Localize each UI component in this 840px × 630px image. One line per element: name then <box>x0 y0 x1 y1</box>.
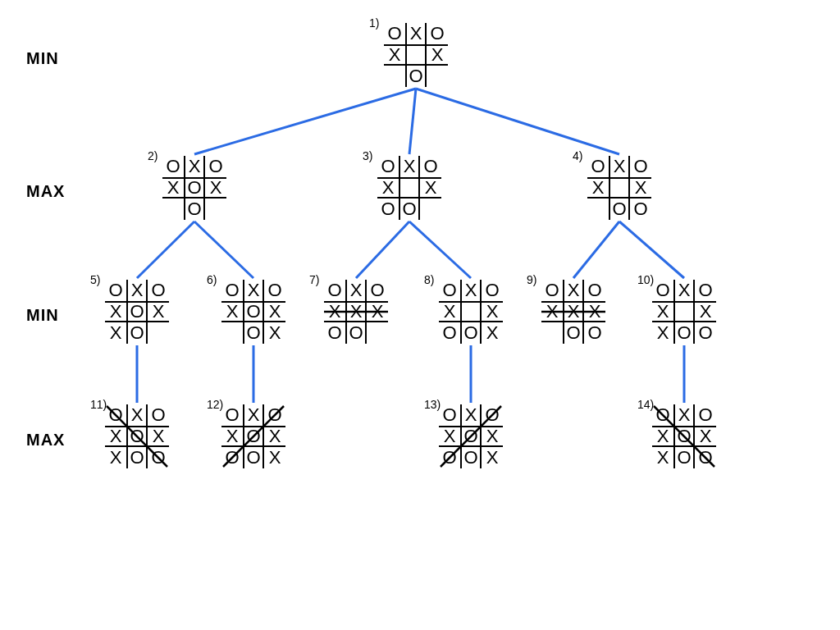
board-cell: O <box>243 447 264 468</box>
tictactoe-board: OXOXXOO <box>587 156 651 220</box>
board-cell: X <box>652 322 673 344</box>
board-cell <box>162 199 184 220</box>
node-index-label: 3) <box>363 149 372 162</box>
board-cell <box>205 199 226 220</box>
board-cell: O <box>460 447 482 468</box>
game-node-13: 13)OXOXOXOOX <box>439 404 503 468</box>
board-cell: X <box>427 44 448 66</box>
tree-edge <box>194 89 416 154</box>
board-cell: O <box>377 199 399 220</box>
board-cell: X <box>243 404 264 426</box>
game-node-6: 6)OXOXOXOX <box>221 280 285 344</box>
board-cell <box>420 199 441 220</box>
board-cell: O <box>439 322 460 344</box>
board-cell: O <box>221 447 243 468</box>
board-cell: O <box>630 199 651 220</box>
board-cell: X <box>584 301 605 322</box>
board-cell: O <box>105 280 126 301</box>
board-cell: X <box>205 177 226 199</box>
board-cell: O <box>148 447 169 468</box>
board-cell: X <box>439 301 460 322</box>
board-cell: X <box>563 301 584 322</box>
board-cell: O <box>126 447 148 468</box>
board-cell: O <box>420 156 441 177</box>
node-index-label: 2) <box>148 149 158 162</box>
board-cell: X <box>105 301 126 322</box>
board-cell: O <box>105 404 126 426</box>
board-cell: O <box>584 322 605 344</box>
board-cell <box>427 66 448 87</box>
board-cell: O <box>399 199 420 220</box>
node-index-label: 7) <box>309 273 319 286</box>
board-cell: O <box>148 404 169 426</box>
game-node-10: 10)OXOXXXOO <box>652 280 716 344</box>
level-label-max-3: MAX <box>26 431 65 450</box>
board-cell: X <box>243 280 264 301</box>
board-cell: O <box>367 280 388 301</box>
tree-edge <box>573 221 619 278</box>
board-cell: O <box>630 156 651 177</box>
board-cell: O <box>205 156 226 177</box>
tree-edge <box>619 221 684 278</box>
board-cell: X <box>345 301 367 322</box>
tree-edge <box>416 89 619 154</box>
board-cell: O <box>673 322 695 344</box>
tictactoe-board: OXOXXXOO <box>324 280 388 344</box>
board-cell: X <box>221 426 243 447</box>
board-cell: X <box>264 447 285 468</box>
board-cell: X <box>482 322 503 344</box>
board-cell: O <box>243 301 264 322</box>
board-cell: O <box>126 301 148 322</box>
board-cell: X <box>264 426 285 447</box>
board-cell: O <box>243 426 264 447</box>
board-cell: X <box>695 301 716 322</box>
level-label-min-0: MIN <box>26 49 59 68</box>
board-cell: X <box>460 404 482 426</box>
board-cell: O <box>695 280 716 301</box>
board-cell: X <box>148 426 169 447</box>
board-cell <box>460 301 482 322</box>
board-cell: O <box>264 404 285 426</box>
board-cell: O <box>609 199 630 220</box>
board-cell <box>367 322 388 344</box>
board-cell: O <box>384 23 405 44</box>
board-cell: X <box>345 280 367 301</box>
board-cell: X <box>105 447 126 468</box>
tictactoe-board: OXOXOXXO <box>105 280 169 344</box>
board-cell: X <box>460 280 482 301</box>
tictactoe-board: OXOXXXOO <box>652 280 716 344</box>
board-cell <box>399 177 420 199</box>
board-cell: O <box>221 280 243 301</box>
board-cell: O <box>405 66 427 87</box>
board-cell: O <box>264 280 285 301</box>
board-cell: X <box>405 23 427 44</box>
node-index-label: 4) <box>573 149 582 162</box>
board-cell: O <box>324 280 345 301</box>
minimax-tictactoe-tree: { "levels": ["MIN", "MAX", "MIN", "MAX"]… <box>0 0 840 630</box>
tictactoe-board: OXOXXO <box>384 23 448 87</box>
node-index-label: 6) <box>207 273 217 286</box>
board-cell: O <box>162 156 184 177</box>
board-cell: O <box>695 447 716 468</box>
board-cell: X <box>221 301 243 322</box>
board-cell: O <box>377 156 399 177</box>
tictactoe-board: OXOXOXOX <box>221 280 285 344</box>
game-node-8: 8)OXOXXOOX <box>439 280 503 344</box>
board-cell: O <box>184 199 205 220</box>
game-node-14: 14)OXOXOXXOO <box>652 404 716 468</box>
board-cell: O <box>126 322 148 344</box>
node-index-label: 8) <box>424 273 434 286</box>
tree-edge <box>409 221 471 278</box>
board-cell: X <box>420 177 441 199</box>
board-cell: X <box>264 301 285 322</box>
board-cell: X <box>482 301 503 322</box>
board-cell: X <box>652 447 673 468</box>
board-cell: X <box>148 301 169 322</box>
tictactoe-board: OXOXXOOX <box>439 280 503 344</box>
game-node-2: 2)OXOXOXO <box>162 156 226 220</box>
node-index-label: 1) <box>369 16 379 30</box>
board-cell: O <box>439 404 460 426</box>
board-cell: X <box>630 177 651 199</box>
board-cell: X <box>482 447 503 468</box>
board-cell: O <box>584 280 605 301</box>
